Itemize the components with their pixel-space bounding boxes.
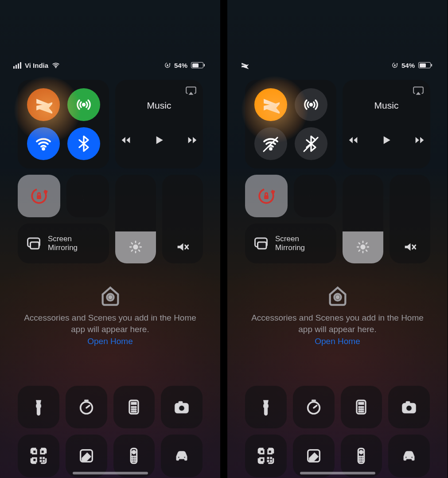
qr-icon xyxy=(30,447,47,465)
orientation-lock-icon xyxy=(257,187,276,205)
qr-icon xyxy=(257,447,275,465)
apple-tv-remote-button[interactable] xyxy=(113,435,155,477)
airplane-mode-toggle[interactable] xyxy=(27,88,60,121)
volume-slider[interactable] xyxy=(390,175,430,263)
airplane-icon xyxy=(262,96,280,114)
home-icon xyxy=(326,284,349,307)
forward-icon xyxy=(186,134,199,146)
cellular-icon xyxy=(302,96,320,114)
timer-button[interactable] xyxy=(66,386,107,428)
media-back-button[interactable] xyxy=(347,134,359,148)
wifi-off-icon xyxy=(262,135,280,153)
note-icon xyxy=(78,447,95,465)
camera-icon xyxy=(173,398,191,416)
open-home-link[interactable]: Open Home xyxy=(315,337,360,346)
airplane-icon xyxy=(35,96,52,114)
cellular-data-toggle[interactable] xyxy=(295,88,327,121)
flashlight-icon xyxy=(257,398,275,416)
media-play-button[interactable] xyxy=(380,133,393,149)
calculator-button[interactable] xyxy=(113,386,155,428)
camera-icon xyxy=(400,398,418,416)
media-back-button[interactable] xyxy=(120,134,132,148)
orientation-lock-toggle[interactable] xyxy=(18,175,60,217)
volume-mute-icon xyxy=(175,239,190,255)
media-play-button[interactable] xyxy=(152,133,166,149)
media-forward-button[interactable] xyxy=(186,134,199,148)
camera-button[interactable] xyxy=(161,386,203,428)
home-icon xyxy=(99,284,122,307)
flashlight-button[interactable] xyxy=(245,386,287,428)
home-message: Accessories and Scenes you add in the Ho… xyxy=(245,312,430,335)
carplay-button[interactable] xyxy=(388,435,430,477)
qr-scanner-button[interactable] xyxy=(245,435,287,477)
brightness-icon xyxy=(355,239,370,255)
media-forward-button[interactable] xyxy=(413,134,426,148)
screen-mirroring-icon xyxy=(253,235,269,251)
airplay-icon[interactable] xyxy=(185,85,197,97)
do-not-disturb-toggle[interactable] xyxy=(294,175,336,217)
flashlight-button[interactable] xyxy=(18,386,59,428)
volume-mute-icon xyxy=(402,239,417,255)
bluetooth-toggle[interactable] xyxy=(295,127,327,160)
brightness-slider[interactable] xyxy=(115,175,156,263)
do-not-disturb-toggle[interactable] xyxy=(66,175,109,217)
moon-icon xyxy=(306,187,324,205)
screen-mirroring-button[interactable]: ScreenMirroring xyxy=(18,223,109,263)
notes-button[interactable] xyxy=(293,435,335,477)
airplane-mode-toggle[interactable] xyxy=(254,88,287,121)
home-indicator[interactable] xyxy=(73,472,148,474)
forward-icon xyxy=(413,134,426,146)
orientation-lock-status-icon xyxy=(392,62,398,68)
car-icon xyxy=(173,447,191,465)
battery-icon xyxy=(191,62,203,68)
calculator-button[interactable] xyxy=(341,386,382,428)
battery-percent: 54% xyxy=(174,62,187,69)
car-icon xyxy=(400,447,418,465)
timer-button[interactable] xyxy=(293,386,335,428)
status-bar: Vi India 54% xyxy=(0,59,220,72)
phone-right: 54% Music S xyxy=(227,0,448,478)
wifi-status-icon xyxy=(52,61,60,69)
status-bar: 54% xyxy=(227,59,448,72)
phone-left: Vi India 54% Music xyxy=(0,0,220,478)
home-indicator[interactable] xyxy=(300,472,375,474)
backward-icon xyxy=(120,134,132,146)
screen-mirroring-icon xyxy=(26,235,42,251)
apple-tv-remote-button[interactable] xyxy=(341,435,382,477)
bluetooth-toggle[interactable] xyxy=(67,127,100,160)
play-icon xyxy=(380,133,393,147)
open-home-link[interactable]: Open Home xyxy=(87,337,132,346)
brightness-slider[interactable] xyxy=(343,175,383,263)
connectivity-platter[interactable] xyxy=(18,80,109,168)
flashlight-icon xyxy=(30,398,47,416)
media-platter[interactable]: Music xyxy=(115,80,203,168)
orientation-lock-status-icon xyxy=(164,62,171,68)
cellular-data-toggle[interactable] xyxy=(67,88,100,121)
battery-percent: 54% xyxy=(401,62,415,69)
media-platter[interactable]: Music xyxy=(343,80,430,168)
media-title: Music xyxy=(374,100,399,111)
timer-icon xyxy=(78,398,95,416)
backward-icon xyxy=(347,134,359,146)
wifi-toggle[interactable] xyxy=(27,127,60,160)
wifi-toggle[interactable] xyxy=(254,127,287,160)
connectivity-platter[interactable] xyxy=(245,80,336,168)
bluetooth-icon xyxy=(75,135,93,153)
battery-icon xyxy=(418,62,431,68)
shortcuts-grid xyxy=(245,386,430,477)
screen-mirroring-label: ScreenMirroring xyxy=(275,235,305,252)
home-message: Accessories and Scenes you add in the Ho… xyxy=(18,312,203,335)
media-title: Music xyxy=(147,100,171,111)
home-section: Accessories and Scenes you add in the Ho… xyxy=(18,284,203,346)
screen-mirroring-button[interactable]: ScreenMirroring xyxy=(245,223,336,263)
volume-slider[interactable] xyxy=(162,175,203,263)
airplay-icon[interactable] xyxy=(413,85,424,97)
notes-button[interactable] xyxy=(66,435,107,477)
qr-scanner-button[interactable] xyxy=(18,435,59,477)
camera-button[interactable] xyxy=(388,386,430,428)
calculator-icon xyxy=(352,398,370,416)
timer-icon xyxy=(305,398,323,416)
calculator-icon xyxy=(125,398,143,416)
carplay-button[interactable] xyxy=(161,435,203,477)
orientation-lock-toggle[interactable] xyxy=(245,175,288,217)
